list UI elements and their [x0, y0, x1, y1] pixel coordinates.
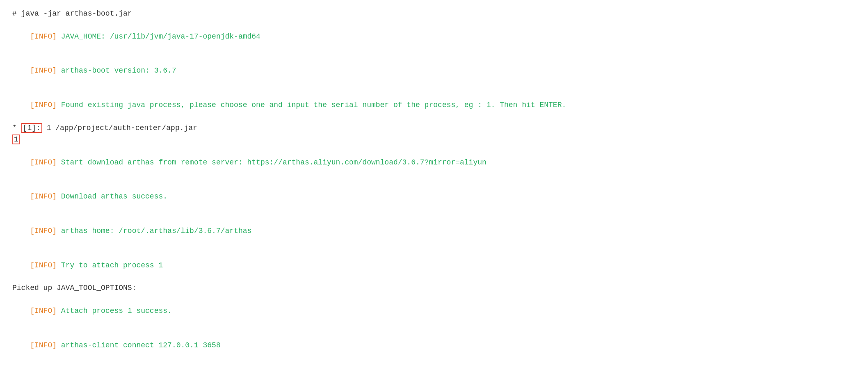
- cmd-line: # java -jar arthas-boot.jar: [12, 8, 856, 20]
- process-line: * [1]: 1 /app/project/auth-center/app.ja…: [12, 123, 856, 134]
- info-line-4: [INFO] Start download arthas from remote…: [12, 146, 856, 180]
- info-line-6: [INFO] arthas home: /root/.arthas/lib/3.…: [12, 214, 856, 249]
- input-highlight: 1: [12, 135, 20, 144]
- info-line-7: [INFO] Try to attach process 1: [12, 249, 856, 283]
- process-highlight: [1]:: [21, 123, 42, 133]
- ascii-art-logo: ,---. \ / | .--. ,---. | / `--' ,---. .-…: [12, 367, 856, 374]
- info-line-1: [INFO] JAVA_HOME: /usr/lib/jvm/java-17-o…: [12, 20, 856, 54]
- info-line-3: [INFO] Found existing java process, plea…: [12, 88, 856, 123]
- info-line-8: [INFO] Attach process 1 success.: [12, 294, 856, 328]
- info-line-9: [INFO] arthas-client connect 127.0.0.1 3…: [12, 328, 856, 363]
- input-line: 1: [12, 134, 856, 146]
- ascii-line-1: ,---. \ / | .--. ,---. | / `--' ,---. .-…: [12, 367, 856, 374]
- terminal-output: # java -jar arthas-boot.jar [INFO] JAVA_…: [12, 8, 856, 374]
- java-opts-line: Picked up JAVA_TOOL_OPTIONS:: [12, 283, 856, 294]
- info-line-2: [INFO] arthas-boot version: 3.6.7: [12, 54, 856, 89]
- info-line-5: [INFO] Download arthas success.: [12, 180, 856, 214]
